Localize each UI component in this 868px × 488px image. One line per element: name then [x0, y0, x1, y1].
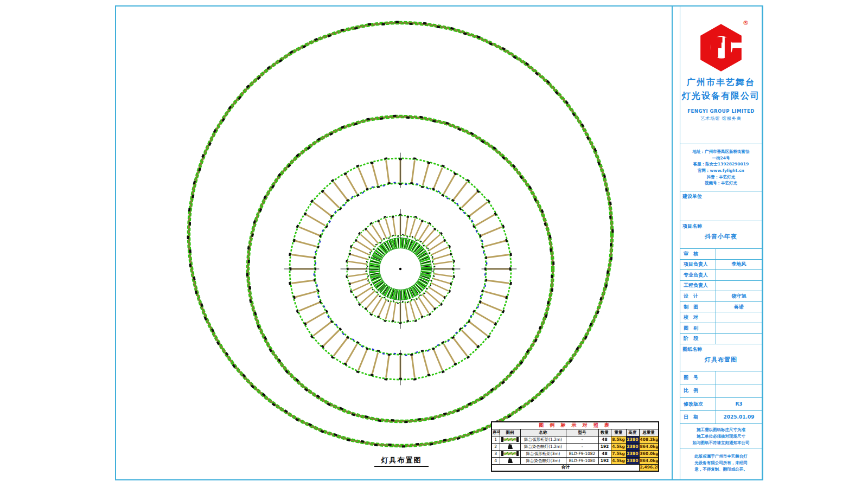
field-row: 图 号	[680, 371, 762, 384]
legend-row: 4 舞台染色帕灯(3m) BLD-F9-1080 192 4.5kg 2380 …	[492, 457, 659, 464]
company-contact: 地址：广州市番禺区新桥街富怡 一街24号 客服：陈女士13928290019 官…	[680, 144, 762, 191]
construction-note: 施工需以图纸标注尺寸为准 施工单位必须核对现场尺寸 如与图纸不符请立刻通知本公司	[680, 423, 762, 448]
legend-row: 1 舞台弧形桁架(1.2m) - 48 8.5kg 2380 408.2kg	[492, 436, 659, 443]
legend-header-row: 序号 图例 名称 型号 数量 重量 高度 总重量	[492, 429, 659, 436]
legend-row: 2 舞台染色帕灯(1.2m) - 192 4.5kg 2380 864.0kg	[492, 443, 659, 450]
field-row: 制 图蒋诺	[680, 302, 762, 313]
truss-segment-icon	[500, 450, 520, 457]
company-tagline: 艺术场馆 馆服务商	[680, 115, 762, 121]
field-row: 修改版次R3	[680, 398, 762, 411]
registered-mark: ®	[743, 20, 749, 27]
field-row: 校 对	[680, 312, 762, 323]
truss-segment-icon	[500, 436, 520, 443]
field-row: 专业负责人	[680, 270, 762, 281]
legend-row: 3 舞台弧形桁架(3m) BLD-F9-1082 48 7.5kg 2380 3…	[492, 450, 659, 457]
par-light-icon	[500, 457, 520, 464]
field-row: 阶 段	[680, 334, 762, 344]
company-name-cn: 广州市丰艺舞台 灯光设备有限公司	[680, 76, 762, 103]
field-row: 比 例	[680, 384, 762, 397]
field-row: 项目负责人李地风	[680, 260, 762, 271]
field-row: 审 核	[680, 249, 762, 260]
revision-table: 图 号 比 例 修改版次R3 日 期2025.01.09	[680, 371, 762, 424]
drawing-sheet: 灯具布置图 图 例 标 示 对 照 表 序号 图例 名称 型号 数量 重量 高度…	[0, 0, 868, 488]
legend-title: 图 例 标 示 对 照 表	[492, 422, 659, 429]
field-row: 设 计饶守旭	[680, 291, 762, 302]
fengyi-hex-logo: ®	[698, 22, 744, 74]
par-light-icon	[500, 443, 520, 450]
field-row: 日 期2025.01.09	[680, 411, 762, 423]
owner-field: 建设单位	[680, 191, 762, 221]
field-row: 图 别	[680, 323, 762, 334]
drawing-title: 灯具布置图	[374, 455, 429, 467]
legend-table: 图 例 标 示 对 照 表 序号 图例 名称 型号 数量 重量 高度 总重量 1…	[491, 421, 659, 472]
sheet-name-field: 图纸名称 灯具布置图	[680, 344, 762, 371]
personnel-table: 审 核 项目负责人李地风 专业负责人 工程负责人 设 计饶守旭 制 图蒋诺 校 …	[680, 248, 762, 344]
title-block: ® 广州市丰艺舞台 灯光设备有限公司 FENGYI GROUP LIMITED …	[680, 6, 762, 480]
legend-footer-row: 合计 2,496.2kg	[492, 464, 659, 471]
copyright-note: 此版权属于广州市丰艺舞台灯 光设备有限公司所有，未经同 意，不得复制、翻印或公开…	[680, 448, 762, 480]
field-row: 工程负责人	[680, 281, 762, 292]
company-name-en: FENGYI GROUP LIMITED	[680, 108, 762, 114]
project-field: 项目名称 抖音小年夜	[680, 221, 762, 249]
company-header: ® 广州市丰艺舞台 灯光设备有限公司 FENGYI GROUP LIMITED …	[680, 6, 762, 144]
